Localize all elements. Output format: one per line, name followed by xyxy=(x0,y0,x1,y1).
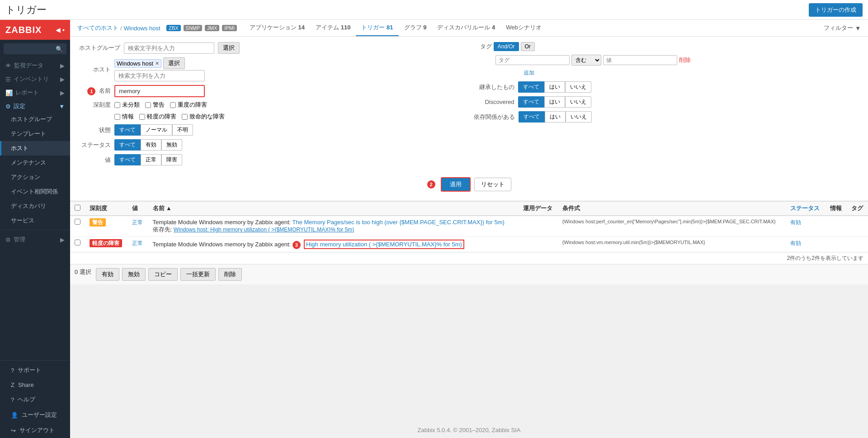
depends-no[interactable]: いいえ xyxy=(566,111,592,122)
btn-mass-update[interactable]: 一括更新 xyxy=(180,268,216,281)
name-input[interactable] xyxy=(114,85,205,97)
tab-applications[interactable]: アプリケーション 14 xyxy=(244,20,310,36)
tab-items[interactable]: アイテム 110 xyxy=(310,20,356,36)
value-radio-group: すべて 正常 障害 xyxy=(114,154,182,165)
sidebar-group-monitoring[interactable]: 👁 監視データ ▶ xyxy=(0,58,70,71)
apply-button[interactable]: 適用 xyxy=(441,177,471,192)
state-unknown[interactable]: 不明 xyxy=(172,124,193,136)
sidebar-item-support[interactable]: ? サポート xyxy=(0,363,70,378)
sidebar-item-hostgroups[interactable]: ホストグループ xyxy=(0,112,70,127)
sidebar: ZABBIX ◀ ▪ 🔍 👁 監視データ ▶ ☰ インベントリ ▶ 📊 レポート… xyxy=(0,20,70,438)
page-title: トリガー xyxy=(5,3,47,17)
col-name[interactable]: 名前 ▲ xyxy=(148,202,519,216)
sidebar-group-admin[interactable]: ⚙ 管理 ▶ xyxy=(0,232,70,245)
sidebar-item-event-correlation[interactable]: イベント相関関係 xyxy=(0,184,70,199)
status-cell-2: 有効 xyxy=(786,237,825,252)
tab-web[interactable]: Webシナリオ xyxy=(500,20,547,36)
severity-high[interactable]: 重度の障害 xyxy=(170,101,207,109)
expression-cell-1: {Windows host:perf_counter_en["Memory\Pa… xyxy=(558,216,786,237)
depends-yes[interactable]: はい xyxy=(545,111,566,122)
tag-andor-btn[interactable]: And/Or xyxy=(494,42,519,51)
sidebar-logo-icons: ◀ ▪ xyxy=(56,26,65,33)
value-all[interactable]: すべて xyxy=(114,154,141,165)
badge-jmx: JMX xyxy=(205,25,219,31)
sidebar-group-admin-label: 管理 xyxy=(14,235,25,244)
sidebar-item-share[interactable]: Z Share xyxy=(0,378,70,392)
list-icon: ☰ xyxy=(5,76,11,83)
breadcrumb-separator2 xyxy=(162,25,164,32)
discovered-all[interactable]: すべて xyxy=(518,96,544,108)
tab-discovery[interactable]: ディスカバリルール 4 xyxy=(432,20,500,36)
tag-delete-btn[interactable]: 削除 xyxy=(679,56,691,64)
status-enabled[interactable]: 有効 xyxy=(141,139,161,151)
tag-add-link[interactable]: 追加 xyxy=(524,69,859,77)
host-chip-remove[interactable]: ✕ xyxy=(155,61,159,66)
row-checkbox-1[interactable] xyxy=(75,219,80,225)
sidebar-item-actions[interactable]: アクション xyxy=(0,170,70,184)
sidebar-group-reports-label: レポート xyxy=(15,89,39,97)
tab-graphs[interactable]: グラフ 9 xyxy=(399,20,432,36)
inherited-no[interactable]: いいえ xyxy=(565,81,591,93)
select-all-checkbox[interactable] xyxy=(75,205,80,211)
sidebar-item-hosts[interactable]: ホスト xyxy=(0,141,70,155)
inherited-all[interactable]: すべて xyxy=(518,81,544,93)
hostgroup-input[interactable] xyxy=(124,42,214,54)
tag-or-btn[interactable]: Or xyxy=(521,42,535,51)
state-normal[interactable]: ノーマル xyxy=(141,124,172,136)
breadcrumb-all-hosts[interactable]: すべてのホスト xyxy=(77,24,118,32)
discovered-no[interactable]: いいえ xyxy=(565,96,591,108)
info-cell-1 xyxy=(826,216,847,237)
tag-op-select[interactable]: 含む 等しい xyxy=(571,55,601,66)
discovered-yes[interactable]: はい xyxy=(544,96,565,108)
host-input[interactable] xyxy=(114,70,205,81)
discovered-radio-group: すべて はい いいえ xyxy=(518,96,591,108)
status-all[interactable]: すべて xyxy=(114,139,141,151)
tag-name-input[interactable] xyxy=(495,55,570,65)
depends-radio-group: すべて はい いいえ xyxy=(519,111,592,122)
inherited-yes[interactable]: はい xyxy=(544,81,565,93)
create-trigger-button[interactable]: トリガーの作成 xyxy=(809,3,863,17)
btn-enable[interactable]: 有効 xyxy=(96,268,119,281)
status-disabled[interactable]: 無効 xyxy=(161,139,182,151)
user-icon: 👤 xyxy=(11,412,18,419)
host-select-button[interactable]: 選択 xyxy=(163,57,185,69)
sidebar-item-user-settings[interactable]: 👤 ユーザー設定 xyxy=(0,407,70,423)
sidebar-item-discovery[interactable]: ディスカバリ xyxy=(0,199,70,213)
trigger-name-link-2[interactable]: High memory utilization ( >{$MEMORYUTIL.… xyxy=(304,240,464,249)
severity-warning[interactable]: 警告 xyxy=(145,101,165,109)
tab-triggers[interactable]: トリガー 81 xyxy=(356,20,398,36)
value-normal[interactable]: 正常 xyxy=(141,154,161,165)
depends-all[interactable]: すべて xyxy=(519,111,545,122)
trigger-name-link-1[interactable]: The Memory Pages/sec is too high (over {… xyxy=(292,219,505,226)
table-row: 警告 正常 Template Module Windows memory by … xyxy=(70,216,868,237)
btn-disable[interactable]: 無効 xyxy=(122,268,146,281)
severity-info[interactable]: 情報 xyxy=(114,113,134,121)
sidebar-group-reports[interactable]: 📊 レポート ▶ xyxy=(0,85,70,99)
value-problem[interactable]: 障害 xyxy=(161,154,182,165)
result-count: 2件のうち2件を表示しています xyxy=(70,252,868,264)
hostgroup-select-button[interactable]: 選択 xyxy=(218,42,240,54)
name-cell-1: Template Module Windows memory by Zabbix… xyxy=(148,216,519,237)
sidebar-group-settings[interactable]: ⚙ 設定 ▼ xyxy=(0,99,70,112)
sidebar-item-services[interactable]: サービス xyxy=(0,213,70,228)
state-all[interactable]: すべて xyxy=(114,124,141,136)
severity-unclassified[interactable]: 未分類 xyxy=(114,101,140,109)
sidebar-item-help[interactable]: ? ヘルプ xyxy=(0,392,70,407)
col-value[interactable]: 値 xyxy=(127,202,148,216)
name-step-container: 1 名前 xyxy=(79,87,111,95)
breadcrumb-windows-host[interactable]: Windows host xyxy=(124,25,160,32)
filter-toggle[interactable]: フィルター ▼ xyxy=(824,24,861,32)
tag-value-input[interactable] xyxy=(603,55,677,65)
btn-copy[interactable]: コピー xyxy=(148,268,178,281)
dependency-link-1[interactable]: Windows host: High memory utilization ( … xyxy=(174,226,354,233)
row-checkbox-2[interactable] xyxy=(75,240,80,245)
severity-avg[interactable]: 軽度の障害 xyxy=(139,113,176,121)
reset-button[interactable]: リセット xyxy=(474,178,511,191)
sidebar-item-signout[interactable]: ↪ サインアウト xyxy=(0,423,70,438)
severity-disaster[interactable]: 致命的な障害 xyxy=(182,113,225,121)
sidebar-group-inventory[interactable]: ☰ インベントリ ▶ xyxy=(0,71,70,85)
sidebar-item-templates[interactable]: テンプレート xyxy=(0,127,70,141)
col-severity[interactable]: 深刻度 xyxy=(85,202,127,216)
sidebar-item-maintenance[interactable]: メンテナンス xyxy=(0,155,70,170)
btn-delete[interactable]: 削除 xyxy=(218,268,242,281)
